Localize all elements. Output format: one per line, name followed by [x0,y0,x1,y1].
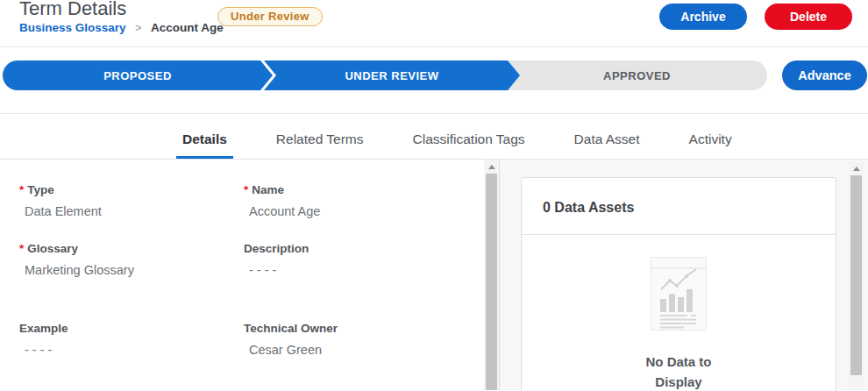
workflow-stage-under-review[interactable]: UNDER REVIEW [264,60,520,90]
required-marker: * [19,242,24,255]
breadcrumb-separator-icon: > [135,22,141,34]
field-label: Example [19,322,68,335]
page-title: Term Details [19,0,126,20]
delete-button[interactable]: Delete [765,4,852,30]
workflow-stage-approved[interactable]: APPROVED [507,60,767,90]
content-area: *Type Data Element *Name Account Age *Gl… [0,160,868,390]
left-panel-scrollbar[interactable] [484,160,499,390]
field-glossary: *Glossary Marketing Glossary [19,242,244,277]
field-example: Example - - - - [19,322,244,357]
scrollbar-thumb[interactable] [486,174,497,390]
tab-details[interactable]: Details [176,132,233,159]
scrollbar-thumb[interactable] [850,175,862,375]
tab-data-asset[interactable]: Data Asset [568,132,646,159]
field-value: Account Age [244,204,484,218]
field-name: *Name Account Age [244,183,484,218]
scroll-up-icon[interactable] [484,160,499,174]
tab-activity[interactable]: Activity [683,132,738,159]
stage-label: APPROVED [603,69,671,82]
breadcrumb-business-glossary[interactable]: Business Glossary [19,21,126,34]
archive-button[interactable]: Archive [659,4,747,30]
advance-button[interactable]: Advance [782,60,867,90]
field-value: - - - - [244,263,484,277]
tab-related-terms[interactable]: Related Terms [270,132,370,159]
field-description: Description - - - - [244,242,484,277]
tab-classification-tags[interactable]: Classification Tags [407,132,531,159]
field-value: - - - - [19,343,244,357]
no-data-message: No Data to Display [627,352,730,391]
field-label: Type [27,183,54,196]
field-label: Name [252,183,284,196]
required-marker: * [19,183,24,196]
field-technical-owner: Technical Owner Cesar Green [244,322,484,357]
field-label: Technical Owner [244,322,338,335]
data-assets-panel: 0 Data Assets [500,160,868,390]
page-header: Term Details Business Glossary > Account… [0,0,868,47]
field-value: Data Element [19,204,244,218]
field-label: Description [244,242,309,255]
field-type: *Type Data Element [19,183,244,218]
breadcrumb-current-term: Account Age [151,21,224,34]
workflow-stage-bar: PROPOSED UNDER REVIEW APPROVED Advance [0,60,868,90]
stage-label: UNDER REVIEW [345,69,438,82]
tab-bar: Details Related Terms Classification Tag… [0,114,868,160]
workflow-stage-proposed[interactable]: PROPOSED [3,60,273,90]
field-value: Marketing Glossary [19,263,244,277]
right-panel-scrollbar[interactable] [849,161,864,390]
details-form-panel: *Type Data Element *Name Account Age *Gl… [0,160,484,390]
stage-label: PROPOSED [103,69,172,82]
field-label: Glossary [27,242,78,255]
no-data-chart-icon [651,257,707,331]
empty-state: No Data to Display [522,235,836,391]
scroll-up-icon[interactable] [849,161,864,175]
data-assets-count-header: 0 Data Assets [522,178,836,235]
status-badge: Under Review [217,7,323,26]
field-value: Cesar Green [244,343,484,357]
required-marker: * [244,183,248,196]
breadcrumb: Business Glossary > Account Age [19,21,224,34]
data-assets-card: 0 Data Assets [521,177,836,391]
